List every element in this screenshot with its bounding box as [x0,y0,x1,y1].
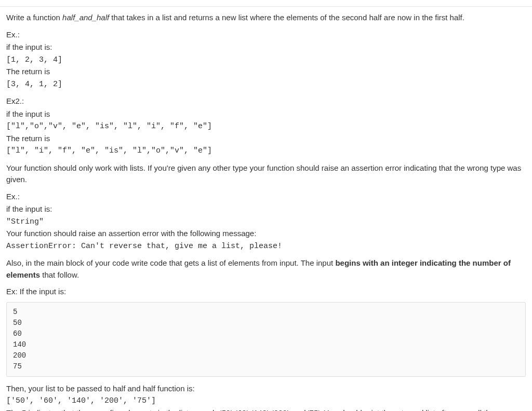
example-2: Ex2.: if the input is ["l","o","v", "e",… [6,95,526,157]
ex2-line1: if the input is [6,108,526,120]
intro-suffix: that takes in a list and returns a new l… [109,13,464,22]
input-sample-line: 200 [13,350,519,361]
ex1-code2: [3, 4, 1, 2] [6,79,526,91]
ex1-label: Ex.: [6,29,526,41]
input-sample-line: 60 [13,328,519,339]
ex-input-label: Ex: If the input is: [6,286,526,298]
function-name: half_and_half [62,13,109,22]
ex2-label: Ex2.: [6,95,526,107]
top-divider [0,6,532,7]
then-code: ['50', '60', '140', '200', '75'] [6,395,526,407]
ex1-code1: [1, 2, 3, 4] [6,54,526,66]
then-line1: Then, your list to be passed to half and… [6,383,526,395]
ex3-code2: AssertionError: Can't reverse that, give… [6,241,526,253]
input-sample-line: 50 [13,318,519,328]
example-1: Ex.: if the input is: [1, 2, 3, 4] The r… [6,29,526,91]
ex3-label: Ex.: [6,191,526,203]
ex3-code1: "String" [6,216,526,228]
typecheck-paragraph: Your function should only work with list… [6,162,526,186]
mainblock-prefix: Also, in the main block of your code wri… [6,258,335,267]
input-sample-line: 140 [13,339,519,350]
ex3-line1: if the input is: [6,203,526,215]
input-sample-block: 5 50 60 140 200 75 [6,302,526,377]
then-block: Then, your list to be passed to half and… [6,383,526,412]
ex2-code2: ["l", "i", "f", "e", "is", "l","o","v", … [6,145,526,157]
ex2-line2: The return is [6,133,526,145]
ex1-line1: if the input is: [6,42,526,53]
example-3: Ex.: if the input is: "String" Your func… [6,191,526,253]
mainblock-suffix: that follow. [40,270,79,279]
intro-paragraph: Write a function half_and_half that take… [6,12,526,24]
then-line2: The 5 indicates that there are five elem… [6,407,526,412]
mainblock-paragraph: Also, in the main block of your code wri… [6,257,526,281]
ex3-line2: Your function should raise an assertion … [6,228,526,240]
input-sample-line: 5 [13,307,519,318]
ex1-line2: The return is [6,66,526,78]
ex2-code1: ["l","o","v", "e", "is", "l", "i", "f", … [6,121,526,133]
intro-prefix: Write a function [6,13,62,22]
input-sample-line: 75 [13,361,519,372]
